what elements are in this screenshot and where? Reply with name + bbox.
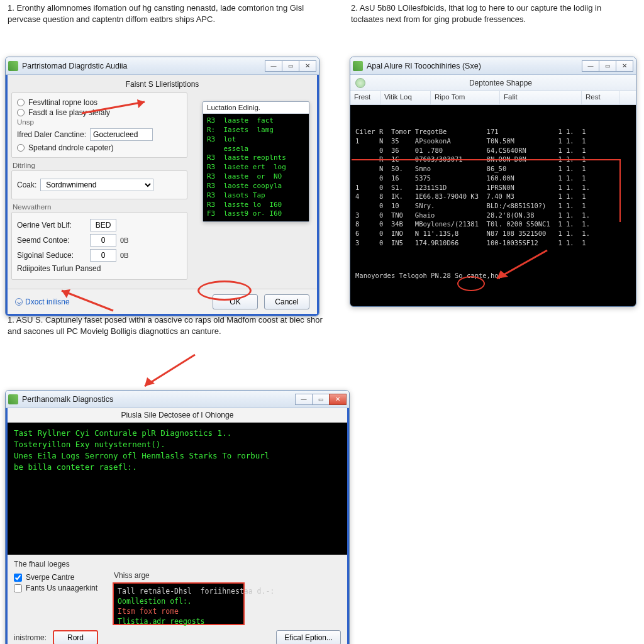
column-header[interactable]: Rest [582,91,619,104]
radio-option-2[interactable]: Fasdt a lise plasy slefaly [17,108,182,117]
titlebar[interactable]: Perthanomalk Diagnostics [6,391,349,408]
checkbox-input[interactable] [14,574,22,582]
popup-terminal-body: R3 laaste fact R: Iasets lamg R3 lot ess… [203,114,309,221]
section-label: The fhaul loeges [14,560,341,569]
field-label: Seemd Contoe: [17,236,86,245]
field-label: Sigoinal Seduce: [17,251,86,260]
minimize-button[interactable] [265,60,282,72]
checkbox-fants[interactable]: Fants Us unaagerkint [14,584,97,592]
radio-option-1[interactable]: Fesvltinal ropne loos [17,98,182,107]
diagnostics-console-window: Perthanomalk Diagnostics Piusla Sile Dec… [5,390,350,644]
checkbox-label: Fants Us unaagerkint [26,584,97,592]
app-icon [353,61,363,71]
table-header: FrestVitik LoqRipo TomFalitRest [350,91,636,105]
svg-marker-5 [145,377,155,386]
section-heading: Faisnt S Llieristiptions [11,79,313,92]
link-label: Dxoct inilisne [25,297,70,306]
maximize-button[interactable] [312,394,330,405]
instruction-step-3: 1. ASU S. Captunely faset posed withi a … [8,314,335,336]
checkbox-sverpe[interactable]: Sverpe Cantre [14,573,97,582]
seemd-input[interactable] [90,234,116,247]
titlebar[interactable]: Partristomad Diagrdstic Audiia [6,57,319,75]
efical-options-button[interactable]: Efical Eption... [276,630,341,644]
annotation-arrow [126,350,201,394]
field-label: Coak: [17,180,36,189]
log-rows: Ciler R Tomor TregotBe 171 1 1. 1 1 N 35… [355,127,631,247]
field-label: Ifred Daler Canctine: [17,130,86,139]
output-terminal: Tall retnäle-Dhsl foriihnestaa d.-:Oomll… [113,582,245,625]
terminal-preview-popup: Luctation Edinig. R3 laaste fact R: Iase… [203,101,309,222]
checkbox-input[interactable] [14,584,22,592]
sig-input[interactable] [90,249,116,262]
expand-link[interactable]: Dxoct inilisne [15,297,70,306]
close-button[interactable] [329,394,347,405]
radio-label: Fesvltinal ropne loos [28,98,97,107]
unit-label: 0B [120,236,128,244]
instrome-label: inistrome: [14,633,47,642]
minimize-button[interactable] [582,60,599,72]
toolbar-label: Deptontee Shappe [370,79,631,87]
column-header[interactable]: Vitik Loq [380,91,431,104]
options-dialog-window: Partristomad Diagrdstic Audiia Faisnt S … [5,57,319,316]
status-line-1: Manoyordes Telogoh PN.28 So capte,hop [355,271,631,280]
popup-title: Luctation Edinig. [203,102,309,114]
radio-label: Spetand dndrole capoter) [28,143,113,152]
output-line: Tlistia.adr reegosts [118,616,240,626]
field-group-label: Unsp [17,118,182,126]
readonly-label: Rdiipoites Turlun Pansed [17,264,101,273]
column-header[interactable]: Ripo Tom [431,91,500,104]
chevron-down-icon [15,298,23,306]
output-line: Tall retnäle-Dhsl foriihnestaa d.-: [118,586,240,596]
window-title: Partristomad Diagrdstic Audiia [22,62,262,70]
refresh-icon[interactable] [355,78,365,88]
output-line: Itsm foxt rome [118,606,240,616]
column-header[interactable]: Falit [500,91,582,104]
radio-input[interactable] [17,99,25,106]
radio-input[interactable] [17,109,25,116]
maximize-button[interactable] [599,60,616,72]
output-line: Oomllestion ofl:. [118,596,240,606]
radio-input[interactable] [17,144,25,152]
minimize-button[interactable] [295,394,313,405]
unit-label: 0B [120,252,128,259]
close-button[interactable] [616,60,633,72]
window-title: Apal Alure Rl Tooochihiries (Sxe) [367,62,579,70]
sub-heading: Piusla Sile Dectosee of I Ohionge [8,408,347,423]
close-button[interactable] [299,60,316,72]
ifred-input[interactable] [90,128,153,141]
svg-line-4 [145,355,195,386]
instruction-step-2: 2. AsU 5b80 LOilesfbicids, lthat log to … [351,3,621,25]
oerine-input[interactable] [90,219,116,231]
toolbar: Deptontee Shappe [350,75,636,91]
log-terminal[interactable]: Ciler R Tomor TregotBe 171 1 1. 1 1 N 35… [350,105,636,306]
ok-button[interactable]: OK [213,294,258,309]
radio-option-3[interactable]: Spetand dndrole capoter) [17,143,182,152]
console-output[interactable]: Tast Ryllner Cyi Conturale plR Diagnosti… [8,423,347,555]
field-label: Oerine Vert bLif: [17,221,86,230]
titlebar[interactable]: Apal Alure Rl Tooochihiries (Sxe) [350,57,636,75]
output-label: Vhiss arge [114,571,245,580]
app-icon [8,61,18,71]
column-header[interactable]: Frest [350,91,380,104]
instruction-step-1: 1. Eronthy allomnomes ifomation ouf hg c… [8,3,309,25]
log-capture-window: Apal Alure Rl Tooochihiries (Sxe) Depton… [350,57,636,307]
read-button[interactable]: Rord [53,630,98,644]
app-icon [8,394,18,404]
window-title: Perthanomalk Diagnostics [22,395,292,404]
cook-select[interactable]: Sordnwnimend [40,179,153,191]
cancel-button[interactable]: Cancel [264,294,309,309]
checkbox-label: Sverpe Cantre [26,573,74,582]
maximize-button[interactable] [282,60,299,72]
radio-label: Fasdt a lise plasy slefaly [28,108,110,117]
